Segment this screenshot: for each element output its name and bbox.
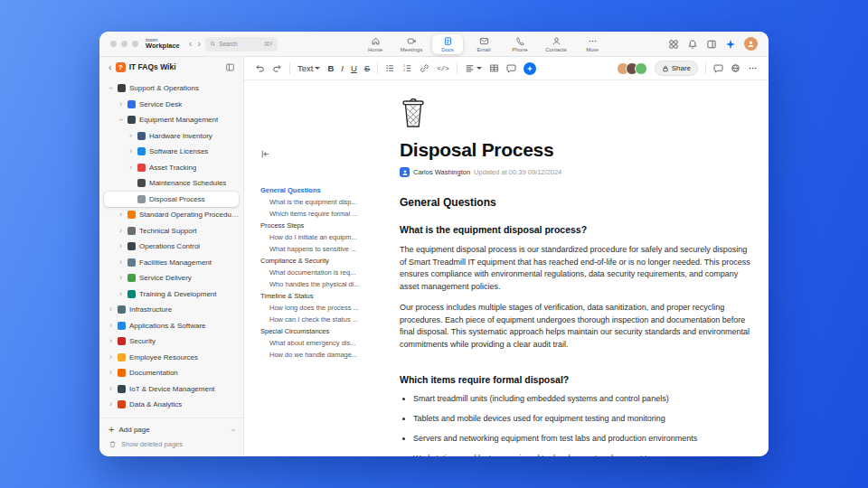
- outline-item[interactable]: What documentation is req...: [260, 267, 380, 278]
- apps-icon[interactable]: [668, 39, 679, 50]
- chevron-right-icon[interactable]: ›: [118, 290, 124, 298]
- chevron-right-icon[interactable]: ›: [108, 337, 114, 345]
- chevron-right-icon[interactable]: ›: [108, 353, 114, 361]
- outline-item[interactable]: How can I check the status ...: [260, 314, 380, 325]
- outline-item[interactable]: General Questions: [260, 184, 380, 196]
- outline-item[interactable]: Process Steps: [260, 220, 380, 231]
- user-avatar[interactable]: [744, 37, 758, 51]
- underline-button[interactable]: U: [351, 63, 357, 73]
- ai-companion-icon[interactable]: [725, 39, 736, 50]
- bold-button[interactable]: B: [327, 63, 334, 73]
- tab-more[interactable]: More: [577, 34, 608, 54]
- minimize-window-button[interactable]: [121, 41, 127, 47]
- outline-item[interactable]: Special Circumstances: [260, 325, 380, 337]
- side-panel-icon[interactable]: [706, 39, 717, 50]
- sidebar-item-maintenance-schedules[interactable]: Maintenance Schedules: [104, 175, 239, 192]
- chevron-right-icon[interactable]: ›: [127, 132, 134, 140]
- chevron-right-icon[interactable]: ›: [108, 400, 114, 408]
- sidebar-item-training-development[interactable]: › Training & Development: [104, 286, 239, 303]
- chevron-right-icon[interactable]: ›: [118, 211, 124, 219]
- strikethrough-button[interactable]: S: [364, 63, 370, 73]
- sidebar-item-software-licenses[interactable]: › Software Licenses: [104, 144, 239, 160]
- nav-forward-button[interactable]: ›: [194, 39, 203, 49]
- nav-back-button[interactable]: ‹: [186, 39, 195, 49]
- outline-item[interactable]: Timeline & Status: [260, 290, 380, 302]
- sidebar-item-data-analytics[interactable]: › Data & Analytics: [104, 397, 239, 413]
- outline-item[interactable]: How do we handle damage...: [260, 349, 380, 361]
- sidebar-item-facilities-management[interactable]: › Facilities Management: [104, 255, 239, 271]
- collaborator-avatar[interactable]: [635, 62, 647, 75]
- chevron-right-icon[interactable]: ›: [108, 369, 114, 377]
- globe-icon[interactable]: [731, 63, 741, 73]
- show-deleted-pages-button[interactable]: Show deleted pages: [108, 437, 234, 451]
- outline-item[interactable]: Compliance & Security: [260, 255, 380, 267]
- sidebar-item-support-operations[interactable]: › Support & Operations: [104, 80, 239, 97]
- sidebar-item-applications-software[interactable]: › Applications & Software: [104, 318, 239, 334]
- chevron-right-icon[interactable]: ›: [127, 164, 134, 172]
- tab-meetings[interactable]: Meetings: [396, 34, 427, 54]
- chevron-right-icon[interactable]: ›: [108, 385, 114, 393]
- link-icon[interactable]: [420, 63, 429, 73]
- chevron-down-icon[interactable]: ›: [117, 117, 125, 123]
- sidebar-item-service-desk[interactable]: › Service Desk: [104, 97, 239, 113]
- ai-companion-button[interactable]: [524, 62, 536, 75]
- code-button[interactable]: </>: [437, 65, 449, 72]
- sidebar-back-button[interactable]: ‹: [108, 62, 112, 72]
- chevron-down-icon[interactable]: ›: [107, 85, 115, 91]
- sidebar-item-employee-resources[interactable]: › Employee Resources: [104, 350, 239, 366]
- sidebar-item-hardware-inventory[interactable]: › Hardware Inventory: [104, 128, 239, 145]
- collapse-sidebar-icon[interactable]: [225, 62, 235, 72]
- global-search-input[interactable]: Search ⌘F: [205, 37, 278, 52]
- sidebar-item-infrastructure[interactable]: › Infrastructure: [104, 302, 239, 318]
- chevron-right-icon[interactable]: ›: [118, 274, 124, 282]
- outline-item[interactable]: What happens to sensitive ...: [260, 243, 380, 255]
- insert-table-icon[interactable]: [489, 63, 499, 73]
- undo-icon[interactable]: [255, 63, 265, 73]
- maximize-window-button[interactable]: [132, 41, 138, 47]
- collapse-outline-icon[interactable]: [260, 149, 270, 159]
- text-style-dropdown[interactable]: Text: [297, 63, 320, 73]
- tab-email[interactable]: Email: [468, 34, 499, 54]
- chevron-right-icon[interactable]: ›: [118, 100, 124, 108]
- chevron-right-icon[interactable]: ›: [118, 242, 124, 250]
- chevron-right-icon[interactable]: ›: [118, 227, 124, 235]
- chevron-right-icon[interactable]: ›: [118, 258, 124, 267]
- add-page-button[interactable]: + Add page ›: [108, 422, 234, 437]
- chevron-right-icon[interactable]: ›: [108, 322, 114, 330]
- sidebar-item-technical-support[interactable]: › Technical Support: [104, 223, 239, 239]
- outline-item[interactable]: What is the equipment disp...: [260, 196, 380, 208]
- chevron-down-icon[interactable]: ›: [229, 428, 238, 431]
- bell-icon[interactable]: [687, 39, 698, 50]
- numbered-list-icon[interactable]: 12: [402, 63, 412, 73]
- outline-item[interactable]: Who handles the physical di...: [260, 278, 380, 290]
- sidebar-item-standard-operating-procedures[interactable]: › Standard Operating Procedures: [104, 207, 239, 223]
- outline-item[interactable]: How long does the process ...: [260, 302, 380, 314]
- document-content[interactable]: Disposal Process Carlos Washington Updat…: [400, 80, 754, 456]
- chevron-right-icon[interactable]: ›: [108, 305, 114, 314]
- sidebar-item-iot-device-management[interactable]: › IoT & Device Management: [104, 381, 239, 398]
- align-dropdown[interactable]: [465, 63, 482, 73]
- comments-panel-icon[interactable]: [713, 63, 723, 73]
- sidebar-item-documentation[interactable]: › Documentation: [104, 365, 239, 381]
- outline-item[interactable]: Which items require formal ...: [260, 208, 380, 220]
- sidebar-item-operations-control[interactable]: › Operations Control: [104, 239, 239, 255]
- sidebar-item-equipment-management[interactable]: › Equipment Management: [104, 112, 239, 128]
- share-button[interactable]: Share: [655, 61, 698, 76]
- sidebar-item-asset-tracking[interactable]: › Asset Tracking: [104, 160, 239, 176]
- tab-docs[interactable]: Docs: [432, 34, 463, 54]
- sidebar-item-security[interactable]: › Security: [104, 333, 239, 350]
- sidebar-item-disposal-process[interactable]: Disposal Process: [104, 192, 239, 208]
- italic-button[interactable]: I: [341, 63, 344, 73]
- sidebar-item-service-delivery[interactable]: › Service Delivery: [104, 270, 239, 286]
- tab-phone[interactable]: Phone: [505, 34, 535, 54]
- close-window-button[interactable]: [110, 41, 117, 47]
- comment-icon[interactable]: [506, 63, 516, 73]
- bullet-list-icon[interactable]: [385, 63, 395, 73]
- more-dots-icon[interactable]: [748, 63, 758, 73]
- redo-icon[interactable]: [272, 63, 282, 73]
- tab-contacts[interactable]: Contacts: [541, 34, 571, 54]
- chevron-right-icon[interactable]: ›: [127, 147, 134, 155]
- outline-item[interactable]: How do I initiate an equipm...: [260, 231, 380, 243]
- tab-home[interactable]: Home: [360, 34, 391, 54]
- outline-item[interactable]: What about emergency dis...: [260, 337, 380, 349]
